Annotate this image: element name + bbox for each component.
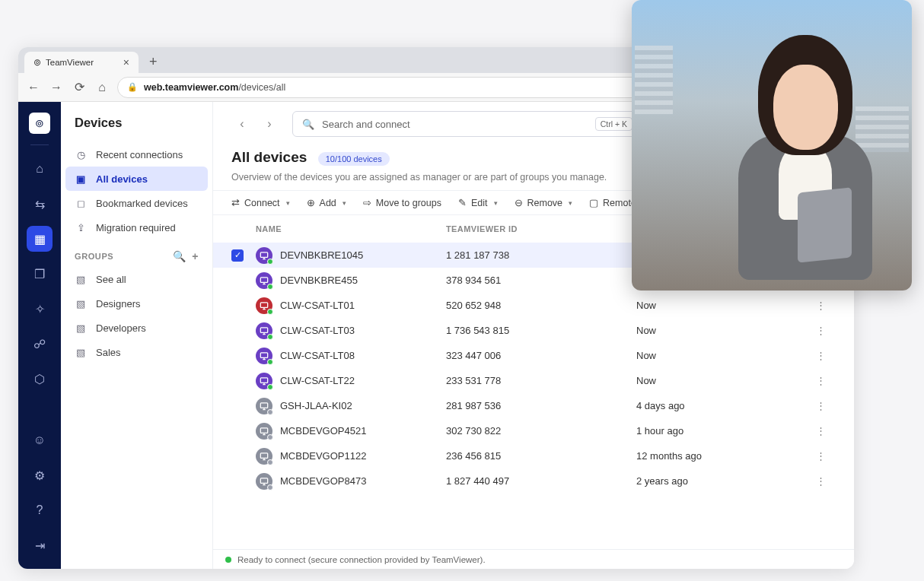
device-id: 1 827 440 497 [446, 475, 636, 487]
rail-user-icon[interactable]: ☺ [27, 427, 53, 453]
status-bar: Ready to connect (secure connection prov… [213, 549, 854, 569]
group-item-developers[interactable]: ▧Developers [61, 316, 212, 340]
search-input[interactable]: 🔍 Search and connect Ctrl + K [292, 111, 642, 137]
connect-icon: ⇄ [231, 197, 240, 208]
page-title: All devices [231, 149, 307, 166]
rail-devices-icon[interactable]: ▦ [27, 226, 53, 252]
device-id: 378 934 561 [446, 275, 636, 286]
group-item-designers[interactable]: ▧Designers [61, 291, 212, 316]
table-row[interactable]: CLW-CSAT-LT031 736 543 815Now⋮ [213, 318, 854, 343]
app-logo[interactable]: ⊚ [29, 113, 50, 134]
rail-connect-icon[interactable]: ⇆ [27, 191, 53, 217]
group-item-see-all[interactable]: ▧See all [61, 267, 212, 291]
edit-button[interactable]: ✎Edit▾ [458, 197, 498, 208]
col-name[interactable]: NAME [256, 224, 446, 233]
device-id: 302 730 822 [446, 425, 636, 437]
back-button[interactable]: ← [26, 80, 41, 95]
status-dot-icon [267, 309, 273, 315]
device-icon [256, 297, 272, 314]
status-text: Ready to connect (secure connection prov… [237, 555, 486, 564]
new-tab-button[interactable]: + [143, 51, 164, 73]
reload-button[interactable]: ⟳ [72, 80, 87, 95]
sidebar: Devices ◷Recent connections▣All devices◻… [61, 102, 213, 569]
status-dot-icon [267, 334, 273, 340]
svg-rect-2 [260, 302, 267, 306]
row-more-button[interactable]: ⋮ [805, 450, 836, 462]
page-forward-button[interactable]: › [259, 113, 280, 135]
row-more-button[interactable]: ⋮ [805, 350, 836, 361]
device-last-seen: Now [636, 300, 805, 311]
device-name: CLW-CSAT-LT03 [280, 325, 355, 336]
rail-workflow-icon[interactable]: ✧ [27, 296, 53, 322]
groups-header: GROUPS 🔍 + [61, 240, 212, 267]
svg-rect-1 [260, 277, 267, 281]
groups-header-label: GROUPS [75, 252, 113, 261]
tab-label: TeamViewer [46, 58, 94, 67]
sidebar-item-bookmarked-devices[interactable]: ◻Bookmarked devices [61, 191, 212, 215]
row-more-button[interactable]: ⋮ [805, 425, 836, 437]
svg-rect-0 [260, 252, 267, 256]
home-button[interactable]: ⌂ [94, 80, 110, 95]
table-row[interactable]: MCBDEVGOP4521302 730 8221 hour ago⋮ [213, 418, 854, 443]
rail-help-icon[interactable]: ? [27, 497, 53, 523]
table-row[interactable]: MCBDEVGOP84731 827 440 4972 years ago⋮ [213, 468, 854, 494]
monitor-icon: ▢ [589, 197, 598, 208]
device-last-seen: 2 years ago [636, 475, 805, 487]
rail-expand-icon[interactable]: ⇥ [27, 532, 53, 558]
groups-search-button[interactable]: 🔍 [173, 250, 186, 262]
rail-design-icon[interactable]: ❐ [27, 261, 53, 287]
device-last-seen: 1 hour ago [636, 425, 805, 437]
table-row[interactable]: GSH-JLAA-KI02281 987 5364 days ago⋮ [213, 393, 854, 418]
table-row[interactable]: MCBDEVGOP1122236 456 81512 months ago⋮ [213, 443, 854, 468]
device-id: 323 447 006 [446, 350, 636, 361]
device-icon [256, 348, 272, 364]
add-button[interactable]: ⊕Add▾ [307, 197, 346, 208]
device-icon [256, 473, 272, 490]
device-name: CLW-CSAT-LT22 [280, 375, 355, 386]
groups-add-button[interactable]: + [192, 250, 199, 262]
device-icon [256, 247, 272, 264]
page-back-button[interactable]: ‹ [231, 113, 253, 135]
move-to-groups-button[interactable]: ⇨Move to groups [363, 197, 441, 208]
status-dot-icon [267, 259, 273, 265]
rail-shield-icon[interactable]: ⬡ [27, 366, 53, 392]
row-more-button[interactable]: ⋮ [805, 375, 836, 386]
svg-rect-6 [260, 402, 267, 407]
forward-button[interactable]: → [49, 80, 64, 95]
connect-button[interactable]: ⇄Connect▾ [231, 197, 290, 208]
row-more-button[interactable]: ⋮ [805, 475, 836, 487]
app-logo-icon: ⊚ [33, 57, 41, 68]
table-row[interactable]: CLW-CSAT-LT08323 447 006Now⋮ [213, 343, 854, 368]
person-illustration [738, 35, 873, 285]
sidebar-item-migration-required[interactable]: ⇪Migration required [61, 215, 212, 240]
status-dot-icon [267, 284, 273, 290]
sidebar-item-all-devices[interactable]: ▣All devices [65, 167, 208, 191]
row-checkbox[interactable]: ✓ [231, 249, 244, 262]
sidebar-item-recent-connections[interactable]: ◷Recent connections [61, 142, 212, 167]
device-last-seen: 4 days ago [636, 400, 805, 411]
row-more-button[interactable]: ⋮ [805, 300, 836, 311]
remove-button[interactable]: ⊖Remove▾ [515, 197, 573, 208]
close-tab-button[interactable]: × [123, 56, 129, 68]
device-last-seen: 12 months ago [636, 450, 805, 462]
row-more-button[interactable]: ⋮ [805, 325, 836, 336]
browser-tab[interactable]: ⊚TeamViewer × [24, 52, 139, 73]
group-label: Designers [96, 298, 141, 310]
device-icon [256, 398, 272, 414]
svg-rect-8 [260, 452, 267, 457]
lock-icon: 🔒 [127, 82, 138, 92]
status-dot-icon [267, 384, 273, 390]
svg-rect-4 [260, 352, 267, 357]
group-item-sales[interactable]: ▧Sales [61, 340, 212, 364]
table-row[interactable]: CLW-CSAT-LT01520 652 948Now⋮ [213, 293, 854, 318]
table-row[interactable]: CLW-CSAT-LT22233 531 778Now⋮ [213, 368, 854, 393]
col-id[interactable]: TEAMVIEWER ID [446, 224, 636, 233]
rail-home-icon[interactable]: ⌂ [27, 156, 53, 182]
row-more-button[interactable]: ⋮ [805, 400, 836, 411]
device-name: CLW-CSAT-LT08 [280, 350, 355, 361]
device-icon [256, 373, 272, 389]
rail-settings-icon[interactable]: ⚙ [27, 462, 53, 488]
rail-support-icon[interactable]: ☍ [27, 331, 53, 357]
clock-icon: ◷ [75, 148, 87, 160]
device-name: MCBDEVGOP4521 [280, 425, 366, 437]
